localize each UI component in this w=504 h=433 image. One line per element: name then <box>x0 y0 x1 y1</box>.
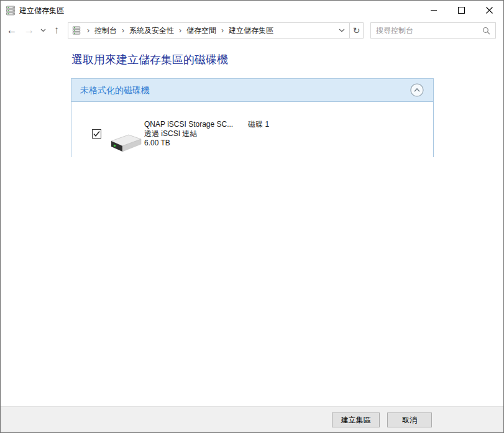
panel-body: QNAP iSCSI Storage SC... 磁碟 1 透過 iSCSI 連… <box>71 102 433 157</box>
checkmark-icon <box>93 130 101 138</box>
chevron-up-circle-icon <box>410 83 424 97</box>
search-input[interactable] <box>371 26 482 35</box>
breadcrumb-item-system-security[interactable]: 系統及安全性 <box>128 25 175 36</box>
search-box <box>370 22 496 39</box>
drive-connection: 透過 iSCSI 連結 <box>144 129 269 139</box>
page-title: 選取用來建立儲存集區的磁碟機 <box>71 52 228 67</box>
breadcrumb-separator-icon[interactable]: › <box>218 26 227 35</box>
navigation-bar: ← → ↑ › <box>1 21 503 40</box>
back-button[interactable]: ← <box>3 21 21 40</box>
window-title: 建立儲存集區 <box>19 6 64 16</box>
maximize-button[interactable] <box>447 1 475 20</box>
drive-size: 6.00 TB <box>144 139 269 148</box>
search-icon[interactable] <box>482 27 490 35</box>
breadcrumb-separator-icon[interactable]: › <box>175 26 185 35</box>
panel-title: 未格式化的磁碟機 <box>80 79 150 101</box>
cancel-button[interactable]: 取消 <box>387 412 432 427</box>
caption-buttons <box>419 1 503 20</box>
maximize-icon <box>458 7 465 14</box>
chevron-down-icon <box>339 29 345 32</box>
up-button[interactable]: ↑ <box>48 21 65 40</box>
unformatted-drives-panel: 未格式化的磁碟機 <box>71 78 434 157</box>
refresh-button[interactable]: ↻ <box>349 23 363 38</box>
title-bar: 建立儲存集區 <box>1 1 503 21</box>
breadcrumb-item-storage-spaces[interactable]: 儲存空間 <box>185 25 218 36</box>
address-dropdown-button[interactable] <box>334 23 349 38</box>
breadcrumb-separator-icon[interactable]: › <box>83 26 93 35</box>
collapse-section-button[interactable] <box>410 83 424 97</box>
drive-checkbox[interactable] <box>92 129 101 139</box>
breadcrumb-item-control-panel[interactable]: 控制台 <box>93 25 118 36</box>
forward-button[interactable]: → <box>21 21 38 40</box>
drive-name: QNAP iSCSI Storage SC... <box>144 120 233 129</box>
drive-disk-label: 磁碟 1 <box>248 120 269 129</box>
minimize-icon <box>431 10 437 11</box>
address-location-icon <box>72 26 81 35</box>
drive-info: QNAP iSCSI Storage SC... 磁碟 1 透過 iSCSI 連… <box>144 120 269 148</box>
storage-spaces-app-icon <box>6 6 16 16</box>
close-icon <box>486 7 493 14</box>
address-bar[interactable]: › 控制台 › 系統及安全性 › 儲存空間 › 建立儲存集區 ↻ <box>68 22 364 39</box>
close-button[interactable] <box>475 1 503 20</box>
minimize-button[interactable] <box>419 1 447 20</box>
window: 建立儲存集區 ← → ↑ <box>0 0 504 433</box>
recent-pages-chevron-icon[interactable] <box>38 21 48 40</box>
hard-drive-icon <box>109 133 144 153</box>
footer-bar: 建立集區 取消 <box>1 406 503 432</box>
panel-header[interactable]: 未格式化的磁碟機 <box>71 79 433 102</box>
breadcrumb-item-create-pool[interactable]: 建立儲存集區 <box>227 25 275 36</box>
breadcrumb-separator-icon[interactable]: › <box>118 26 128 35</box>
create-pool-button[interactable]: 建立集區 <box>332 412 380 427</box>
